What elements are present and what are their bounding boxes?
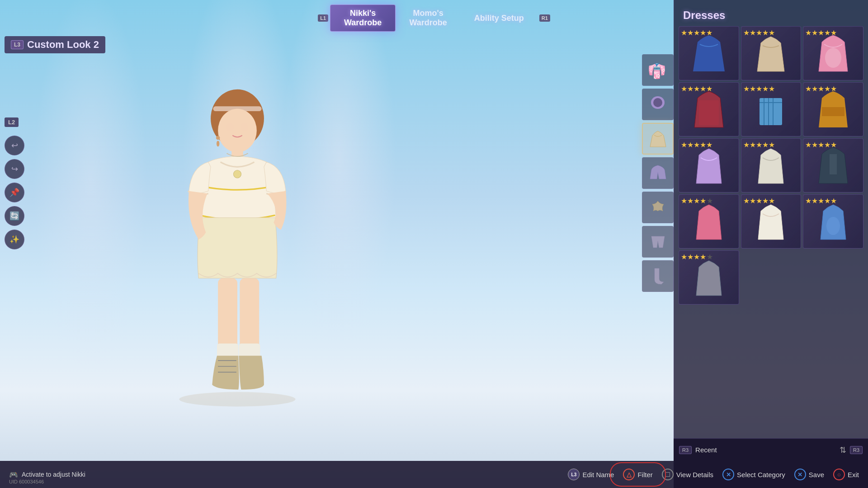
item-card-7[interactable]: ★★★★★ <box>679 138 739 192</box>
custom-look-label: L3 Custom Look 2 <box>5 36 105 53</box>
edit-name-label: Edit Name <box>582 471 614 479</box>
wardrobe-panel: Dresses ★★★★★ ★★★★★ ★★★★★ <box>674 0 868 488</box>
view-details-action[interactable]: □ View Details <box>662 469 713 480</box>
category-hair[interactable] <box>642 89 674 120</box>
svg-point-19 <box>179 392 295 407</box>
category-coat[interactable] <box>642 157 674 189</box>
l3-badge: L3 <box>11 40 24 49</box>
svg-point-18 <box>233 170 241 178</box>
custom-look-text: Custom Look 2 <box>27 39 99 51</box>
bottom-bar: 🎮 Activate to adjust Nikki UID 600034546… <box>0 461 868 488</box>
tab-nikki-wardrobe[interactable]: Nikki's Wardrobe <box>330 5 396 32</box>
activate-section: 🎮 Activate to adjust Nikki UID 600034546 <box>9 470 85 479</box>
select-category-label: Select Category <box>737 471 785 479</box>
x-button-select: ✕ <box>722 469 734 480</box>
square-button: □ <box>662 469 674 480</box>
item-card-9[interactable]: ★★★★★ <box>803 138 863 192</box>
category-shorts[interactable] <box>642 226 674 258</box>
select-category-action[interactable]: ✕ Select Category <box>722 469 785 480</box>
category-panel: 👘 <box>642 54 674 292</box>
l3-button: L3 <box>568 469 580 480</box>
r1-badge: R1 <box>539 14 550 22</box>
recent-label: Recent <box>695 446 836 454</box>
edit-name-action[interactable]: L3 Edit Name <box>568 469 614 480</box>
exit-action[interactable]: ○ Exit <box>833 469 859 480</box>
svg-point-5 <box>218 109 257 152</box>
sparkle-button[interactable]: ✨ <box>5 230 24 249</box>
exit-label: Exit <box>848 471 859 479</box>
redo-button[interactable]: ↪ <box>5 159 24 179</box>
save-action[interactable]: ✕ Save <box>794 469 824 480</box>
svg-rect-30 <box>822 107 844 116</box>
sort-icon[interactable]: ⇅ <box>840 445 846 455</box>
tab-ability-setup[interactable]: Ability Setup <box>461 10 538 27</box>
svg-rect-31 <box>830 154 837 174</box>
triangle-button: △ <box>623 469 635 480</box>
svg-point-7 <box>241 123 249 131</box>
item-card-4[interactable]: ★★★★★ <box>679 82 739 136</box>
svg-point-32 <box>826 217 840 235</box>
r3-badge: R3 <box>679 446 692 454</box>
item-card-11[interactable]: ★★★★★ <box>741 194 802 249</box>
item-card-6[interactable]: ★★★★★ <box>803 82 863 136</box>
item-card-13[interactable]: ★★★★★ <box>679 250 739 305</box>
wardrobe-bottom-bar: R3 Recent ⇅ R3 <box>674 438 868 461</box>
gamepad-icon: 🎮 <box>9 470 18 479</box>
svg-text:👘: 👘 <box>648 62 666 80</box>
r3-badge-2: R3 <box>850 446 863 454</box>
uid-text: UID 600034546 <box>9 479 44 484</box>
toggle-button[interactable]: 🔄 <box>5 206 24 226</box>
svg-point-10 <box>217 141 219 146</box>
l1-badge: L1 <box>318 14 328 22</box>
view-details-label: View Details <box>676 471 713 479</box>
category-accessory[interactable] <box>642 192 674 223</box>
wardrobe-title: Dresses <box>674 0 868 26</box>
category-top[interactable]: 👘 <box>642 54 674 86</box>
item-card-1[interactable]: ★★★★★ <box>679 26 739 80</box>
filter-action[interactable]: △ Filter <box>623 469 652 480</box>
tab-momo-wardrobe[interactable]: Momo's Wardrobe <box>396 5 460 31</box>
item-card-10[interactable]: ★★★★★ <box>679 194 739 249</box>
bottom-actions: L3 Edit Name △ Filter □ View Details ✕ S… <box>568 469 859 480</box>
undo-button[interactable]: ↩ <box>5 136 24 155</box>
svg-point-6 <box>226 123 234 131</box>
left-actions: ↩ ↪ 📌 🔄 ✨ <box>5 136 24 249</box>
category-socks[interactable] <box>642 260 674 292</box>
svg-rect-24 <box>699 100 719 125</box>
svg-point-23 <box>825 48 841 68</box>
items-grid: ★★★★★ ★★★★★ ★★★★★ ★★★★★ <box>674 26 868 305</box>
pin-button[interactable]: 📌 <box>5 183 24 202</box>
save-label: Save <box>809 471 824 479</box>
filter-label: Filter <box>637 471 652 479</box>
character-display <box>45 36 429 443</box>
activate-text: Activate to adjust Nikki <box>22 471 85 478</box>
circle-button-exit: ○ <box>833 469 845 480</box>
item-card-5[interactable]: ★★★★★ <box>741 82 802 136</box>
l2-badge: L2 <box>5 117 19 127</box>
item-card-3[interactable]: ★★★★★ <box>803 26 863 80</box>
character-figure <box>147 70 328 409</box>
x-button-save: ✕ <box>794 469 806 480</box>
item-card-12[interactable]: ★★★★★ <box>803 194 863 249</box>
item-card-8[interactable]: ★★★★★ <box>741 138 802 192</box>
category-dress[interactable] <box>642 123 674 155</box>
item-card-2[interactable]: ★★★★★ <box>741 26 802 80</box>
svg-point-22 <box>653 98 662 107</box>
svg-point-9 <box>216 136 220 140</box>
